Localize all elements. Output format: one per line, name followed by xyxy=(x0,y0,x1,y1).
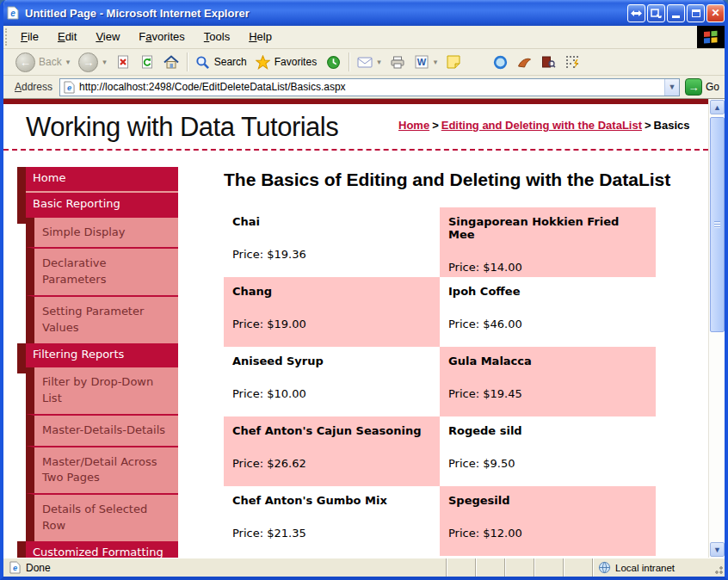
menu-edit[interactable]: Edit xyxy=(48,26,86,48)
address-input[interactable]: e http://localhost:2498/Code/EditDeleteD… xyxy=(59,78,680,96)
history-icon xyxy=(325,54,341,70)
sidebar-menu: Home Basic Reporting Simple Display Decl… xyxy=(17,167,178,558)
product-cell-spegesild: SpegesildPrice: $12.00 xyxy=(440,486,656,556)
menu-file[interactable]: File xyxy=(11,26,48,48)
forward-button[interactable]: → ▾ xyxy=(74,51,111,73)
refresh-icon xyxy=(139,54,155,70)
window-arrows-button[interactable] xyxy=(627,4,645,22)
research-button[interactable] xyxy=(536,51,560,73)
breadcrumb-home-link[interactable]: Home xyxy=(398,119,429,132)
search-button[interactable]: Search xyxy=(191,51,251,73)
window-popout-button[interactable] xyxy=(647,4,665,22)
back-dropdown-icon[interactable]: ▾ xyxy=(66,58,71,66)
stop-button[interactable] xyxy=(111,51,135,73)
dashed-separator xyxy=(3,149,708,151)
sidebar-item-master-details-details[interactable]: Master-Details-Details xyxy=(26,414,178,446)
page-viewport: Working with Data Tutorials Home>Editing… xyxy=(3,99,725,558)
back-icon: ← xyxy=(15,52,35,72)
scroll-down-button[interactable]: ▼ xyxy=(710,542,725,557)
status-segment xyxy=(504,558,534,577)
breadcrumb: Home>Editing and Deleting with the DataL… xyxy=(398,112,701,143)
resize-grip[interactable] xyxy=(711,558,725,577)
messenger-button[interactable] xyxy=(488,51,512,73)
sidebar-item-setting-parameter-values[interactable]: Setting Parameter Values xyxy=(26,295,178,343)
forward-icon: → xyxy=(78,52,98,72)
sidebar-item-declarative-parameters[interactable]: Declarative Parameters xyxy=(26,247,178,295)
windows-logo-icon xyxy=(697,26,725,48)
home-button[interactable] xyxy=(159,51,183,73)
maximize-button[interactable] xyxy=(687,4,705,22)
zone-label: Local intranet xyxy=(615,563,675,573)
minimize-button[interactable] xyxy=(667,4,685,22)
address-label: Address xyxy=(11,81,59,93)
status-segment xyxy=(446,558,475,577)
edit-dropdown-icon[interactable]: ▾ xyxy=(434,58,438,66)
status-segment xyxy=(563,558,592,577)
menu-view[interactable]: View xyxy=(86,26,129,48)
history-button[interactable] xyxy=(321,51,345,73)
sidebar-item-home[interactable]: Home xyxy=(26,167,178,191)
go-button[interactable]: → Go xyxy=(685,78,719,96)
sidebar-item-details-of-selected-row[interactable]: Details of Selected Row xyxy=(26,493,178,541)
print-button[interactable] xyxy=(386,51,410,73)
menu-favorites[interactable]: Favorites xyxy=(129,26,194,48)
product-datalist: ChaiPrice: $19.36 Singaporean Hokkien Fr… xyxy=(224,207,708,556)
menu-help[interactable]: Help xyxy=(239,26,281,48)
status-segment xyxy=(534,558,563,577)
scrollbar-thumb[interactable] xyxy=(710,117,725,332)
scroll-up-button[interactable]: ▲ xyxy=(710,100,725,114)
sidebar-item-basic-reporting[interactable]: Basic Reporting xyxy=(26,191,178,217)
breadcrumb-current: Basics xyxy=(654,119,690,132)
favorites-star-icon xyxy=(256,54,271,70)
edit-with-word-button[interactable]: W ▾ xyxy=(410,51,442,73)
grid-tool-button[interactable] xyxy=(560,51,584,73)
go-arrow-icon: → xyxy=(685,78,702,96)
title-bar[interactable]: e Untitled Page - Microsoft Internet Exp… xyxy=(0,0,728,26)
printer-icon xyxy=(390,54,405,70)
toolbar-grip[interactable] xyxy=(5,28,9,46)
svg-text:W: W xyxy=(416,57,426,67)
address-dropdown-button[interactable]: ▼ xyxy=(664,79,679,96)
fox-button[interactable] xyxy=(512,51,536,73)
favorites-button[interactable]: Favorites xyxy=(251,51,321,73)
status-segment xyxy=(475,558,504,577)
ie-logo-icon: e xyxy=(5,5,21,21)
product-cell-rogede-sild: Rogede sildPrice: $9.50 xyxy=(440,416,656,486)
back-button[interactable]: ← Back ▾ xyxy=(11,51,74,73)
menu-tools[interactable]: Tools xyxy=(194,26,239,48)
sidebar-item-simple-display[interactable]: Simple Display xyxy=(26,218,178,248)
stop-icon xyxy=(115,54,131,70)
mail-icon xyxy=(357,54,373,70)
product-cell-gula-malacca: Gula MalaccaPrice: $19.45 xyxy=(440,347,656,416)
word-icon: W xyxy=(414,54,429,70)
site-title: Working with Data Tutorials xyxy=(26,112,398,143)
product-cell-chang: ChangPrice: $19.00 xyxy=(224,277,440,347)
messenger-icon xyxy=(492,54,508,70)
mail-dropdown-icon[interactable]: ▾ xyxy=(377,58,381,66)
refresh-button[interactable] xyxy=(135,51,159,73)
product-cell-ipoh-coffee: Ipoh CoffeePrice: $46.00 xyxy=(440,277,656,347)
notes-button[interactable] xyxy=(441,51,466,73)
page-title: The Basics of Editing and Deleting with … xyxy=(224,167,693,193)
security-zone: Local intranet xyxy=(592,558,711,577)
product-cell-singaporean-hokkien-fried-mee: Singaporean Hokkien Fried MeePrice: $14.… xyxy=(440,207,656,277)
product-cell-chai: ChaiPrice: $19.36 xyxy=(224,207,440,277)
address-bar: Address e http://localhost:2498/Code/Edi… xyxy=(3,76,725,99)
mail-button[interactable]: ▾ xyxy=(353,51,386,73)
browser-window: e Untitled Page - Microsoft Internet Exp… xyxy=(0,0,728,580)
research-book-icon xyxy=(540,54,556,70)
vertical-scrollbar[interactable]: ▲ ▼ xyxy=(708,99,725,558)
forward-dropdown-icon[interactable]: ▾ xyxy=(102,58,107,66)
sidebar-item-filtering-reports[interactable]: Filtering Reports xyxy=(26,343,178,367)
sidebar-item-filter-by-dropdown-list[interactable]: Filter by Drop-Down List xyxy=(26,367,178,414)
close-button[interactable]: ✕ xyxy=(706,4,725,22)
address-url[interactable]: http://localhost:2498/Code/EditDeleteDat… xyxy=(79,81,661,93)
sticky-note-icon xyxy=(446,54,461,70)
product-cell-chef-antons-gumbo-mix: Chef Anton's Gumbo MixPrice: $21.35 xyxy=(224,486,440,556)
window-title: Untitled Page - Microsoft Internet Explo… xyxy=(25,7,623,20)
site-banner: Working with Data Tutorials Home>Editing… xyxy=(3,104,708,145)
breadcrumb-section-link[interactable]: Editing and Deleting with the DataList xyxy=(441,119,642,132)
sidebar-item-customized-formatting[interactable]: Customized Formatting xyxy=(26,541,178,558)
sidebar-item-master-detail-across-two-pages[interactable]: Master/Detail Across Two Pages xyxy=(26,446,178,494)
main-content: The Basics of Editing and Deleting with … xyxy=(224,167,708,558)
